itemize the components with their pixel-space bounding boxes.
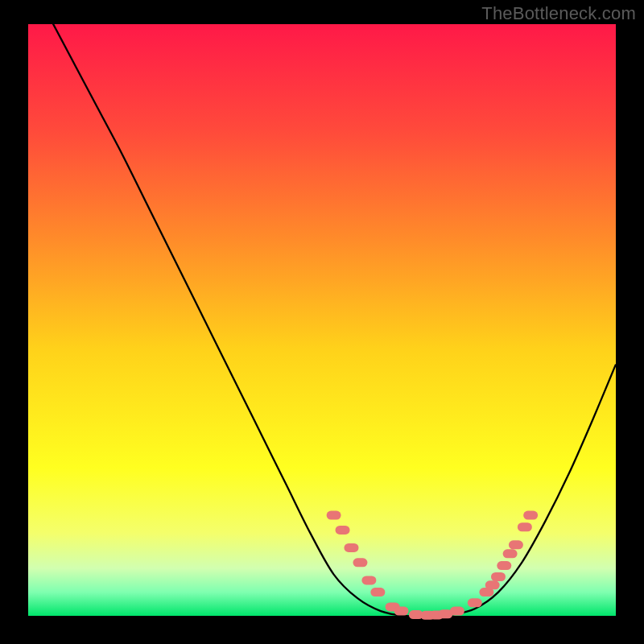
curve-marker: [361, 576, 376, 584]
curve-marker: [345, 543, 359, 552]
curve-marker: [503, 549, 518, 558]
curve-marker: [518, 522, 532, 531]
curve-marker: [523, 511, 538, 520]
curve-marker: [450, 607, 464, 616]
curve-marker: [485, 580, 500, 589]
curve-marker: [327, 511, 341, 520]
curve-marker: [336, 526, 350, 535]
curve-marker: [468, 598, 482, 607]
curve-marker: [394, 607, 409, 616]
bottleneck-chart: [0, 0, 644, 644]
curve-marker: [497, 561, 511, 570]
curve-marker: [509, 540, 523, 549]
curve-marker: [370, 588, 385, 597]
curve-marker: [353, 558, 367, 567]
curve-marker: [491, 572, 506, 581]
chart-frame: TheBottleneck.com: [0, 0, 644, 644]
